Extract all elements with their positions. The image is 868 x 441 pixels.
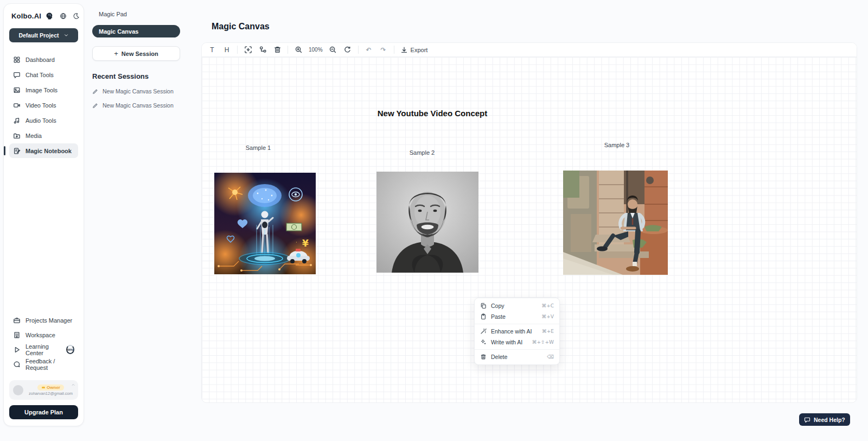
- plus-icon: +: [114, 49, 118, 58]
- sidebar-item-label: Projects Manager: [25, 317, 72, 324]
- sidebar-item-label: Learning Center: [25, 343, 60, 356]
- context-menu-label: Enhance with AI: [491, 328, 532, 335]
- magic-wand-icon: [480, 328, 487, 335]
- sample-3-label[interactable]: Sample 3: [592, 142, 641, 148]
- zoom-out-icon[interactable]: [329, 45, 337, 55]
- ai-head-logo-icon: [45, 11, 54, 20]
- context-menu-item-paste[interactable]: Paste ⌘+V: [475, 311, 559, 322]
- reset-view-icon[interactable]: [343, 45, 352, 55]
- dark-mode-moon-icon[interactable]: [73, 12, 80, 20]
- dashboard-grid-icon: [13, 56, 21, 64]
- copy-icon: [480, 303, 487, 309]
- context-menu-label: Write with AI: [491, 339, 522, 345]
- need-help-label: Need Help?: [814, 417, 845, 423]
- user-account-card[interactable]: Owner zoharvan12@gmail.com: [9, 380, 78, 400]
- briefcase-icon: [13, 317, 21, 324]
- session-list-item[interactable]: New Magic Canvas Session: [92, 102, 180, 109]
- video-camera-icon: [13, 102, 21, 109]
- sidebar-item-label: Audio Tools: [25, 117, 56, 124]
- board-title-text[interactable]: New Youtube Video Concept: [365, 109, 500, 118]
- sidebar-item-chat-tools[interactable]: Chat Tools: [9, 67, 78, 82]
- app-logo: Kolbo.AI: [11, 12, 41, 20]
- clipboard-icon: [480, 313, 487, 320]
- sidebar-item-magic-notebook[interactable]: Magic Notebook: [9, 143, 78, 158]
- sidebar-item-label: Dashboard: [25, 56, 55, 63]
- sidebar-item-learning-center[interactable]: Learning Center 66%: [9, 342, 78, 357]
- zoom-level-value[interactable]: 100%: [309, 47, 323, 53]
- pencil-icon: [92, 103, 98, 109]
- context-menu-label: Paste: [491, 313, 506, 320]
- sidebar-item-label: Video Tools: [25, 102, 56, 109]
- delete-trash-icon[interactable]: [273, 45, 282, 55]
- redo-icon[interactable]: ↷: [379, 45, 388, 55]
- new-session-button[interactable]: + New Session: [92, 46, 180, 61]
- sidebar-item-label: Chat Tools: [25, 72, 54, 78]
- sidebar-bottom: Projects Manager Workspace Learning Cent…: [9, 313, 78, 419]
- new-session-label: New Session: [122, 51, 158, 57]
- media-folder-icon: [13, 132, 21, 140]
- sidebar-item-projects-manager[interactable]: Projects Manager: [9, 313, 78, 327]
- sample-1-label[interactable]: Sample 1: [234, 144, 283, 151]
- sample-2-label[interactable]: Sample 2: [398, 149, 446, 156]
- context-menu-shortcut: ⌘+V: [541, 314, 554, 319]
- context-menu-label: Copy: [491, 303, 505, 309]
- context-menu: Copy ⌘+C Paste ⌘+V Enhance with AI ⌘+E W…: [474, 298, 560, 365]
- sample-1-image[interactable]: ¥: [214, 173, 316, 274]
- user-caret-icon: [71, 383, 75, 387]
- context-menu-item-enhance-with-ai[interactable]: Enhance with AI ⌘+E: [475, 326, 559, 337]
- sidebar-item-label: Workspace: [25, 332, 55, 338]
- building-icon: [13, 331, 21, 339]
- context-menu-shortcut: ⌫: [547, 354, 554, 360]
- context-menu-divider: [475, 349, 559, 350]
- export-label: Export: [411, 47, 428, 53]
- user-info: Owner zoharvan12@gmail.com: [27, 385, 74, 396]
- toolbar-divider: [394, 46, 394, 54]
- context-menu-divider: [475, 324, 559, 324]
- context-menu-item-delete[interactable]: Delete ⌫: [475, 351, 559, 362]
- chat-bubble-icon: [13, 71, 21, 79]
- connector-flow-icon[interactable]: [258, 45, 267, 55]
- user-email: zoharvan12@gmail.com: [29, 391, 73, 396]
- sample-3-image[interactable]: [563, 171, 668, 275]
- avatar: [13, 385, 23, 395]
- sidebar-item-video-tools[interactable]: Video Tools: [9, 98, 78, 112]
- sidebar-item-workspace[interactable]: Workspace: [9, 327, 78, 342]
- sidebar-nav: Dashboard Chat Tools Image Tools Video T…: [9, 52, 78, 158]
- image-icon: [13, 86, 21, 94]
- sample-2-image[interactable]: [376, 172, 478, 273]
- recent-sessions-heading: Recent Sessions: [92, 72, 180, 80]
- tab-magic-pad[interactable]: Magic Pad: [92, 8, 180, 21]
- tab-magic-canvas[interactable]: Magic Canvas: [92, 25, 180, 37]
- sidebar-item-image-tools[interactable]: Image Tools: [9, 83, 78, 97]
- toolbar-divider: [358, 46, 359, 54]
- session-list-item[interactable]: New Magic Canvas Session: [92, 88, 180, 94]
- upgrade-plan-button[interactable]: Upgrade Plan: [9, 405, 78, 419]
- feedback-bubble-icon: [13, 361, 21, 368]
- export-button[interactable]: Export: [400, 46, 428, 54]
- pencil-icon: [92, 89, 98, 94]
- language-globe-icon[interactable]: [60, 12, 67, 20]
- sidebar-item-feedback-request[interactable]: Feedback / Request: [9, 357, 78, 371]
- heading-tool-button[interactable]: H: [222, 45, 231, 55]
- context-menu-shortcut: ⌘+C: [541, 303, 554, 308]
- need-help-button[interactable]: Need Help?: [799, 413, 850, 426]
- undo-icon[interactable]: ↶: [365, 45, 373, 55]
- canvas-toolbar: T H 100% ↶ ↷ Export: [202, 43, 857, 57]
- sidebar-item-audio-tools[interactable]: Audio Tools: [9, 113, 78, 128]
- text-tool-button[interactable]: T: [208, 45, 216, 55]
- project-selector[interactable]: Default Project: [9, 28, 78, 42]
- trash-icon: [480, 354, 487, 360]
- sidebar-item-label: Feedback / Request: [25, 358, 74, 371]
- sidebar-item-label: Image Tools: [25, 87, 58, 93]
- ai-select-icon[interactable]: [244, 45, 252, 55]
- context-menu-shortcut: ⌘+E: [542, 329, 554, 334]
- music-note-icon: [13, 117, 21, 124]
- sidebar-item-media[interactable]: Media: [9, 128, 78, 143]
- zoom-in-icon[interactable]: [294, 45, 303, 55]
- context-menu-shortcut: ⌘+⇧+W: [532, 339, 554, 345]
- context-menu-item-copy[interactable]: Copy ⌘+C: [475, 300, 559, 311]
- context-menu-item-write-with-ai[interactable]: Write with AI ⌘+⇧+W: [475, 337, 559, 348]
- sidebar-item-dashboard[interactable]: Dashboard: [9, 52, 78, 67]
- sidebar: Kolbo.AI Default Project Dashboard Chat …: [3, 3, 84, 426]
- page-title: Magic Canvas: [212, 22, 270, 32]
